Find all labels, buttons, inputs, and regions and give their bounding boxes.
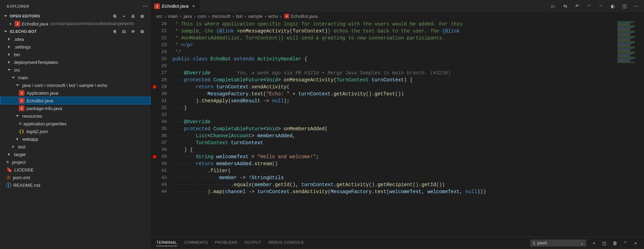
breadcrumb-item[interactable]: EchoBot.java [291, 14, 318, 19]
line-number[interactable]: 23 [151, 42, 167, 49]
kill-terminal-icon[interactable]: 🗑 [612, 240, 617, 246]
more-icon[interactable]: ⋯ [634, 3, 639, 9]
minimap-line [617, 44, 630, 45]
line-number[interactable]: 20 [151, 21, 167, 28]
line-number[interactable]: 30 [151, 90, 167, 97]
toggle-icon[interactable]: ◐ [610, 3, 615, 9]
panel-tab-problems[interactable]: PROBLEMS [215, 240, 238, 246]
close-icon[interactable]: × [8, 21, 13, 27]
explorer-more-icon[interactable]: ⋯ [142, 3, 148, 9]
breadcrumb-item[interactable]: main [168, 14, 178, 19]
folder-row[interactable]: test [0, 143, 151, 151]
file-row[interactable]: iREADME.md [0, 181, 151, 189]
code-content[interactable]: ·*·This·is·where·application·specific·lo… [172, 20, 616, 237]
line-number[interactable]: 25 [151, 56, 167, 63]
terminal-select[interactable]: 1: pwsh ⌄ [530, 240, 586, 247]
minimap-line [617, 55, 630, 56]
line-number[interactable]: 32 [151, 104, 167, 111]
tab-echobot[interactable]: J EchoBot.java × [151, 0, 200, 12]
minimap-line [617, 21, 635, 22]
file-row[interactable]: JApplication.java [0, 89, 151, 97]
breadcrumb-item[interactable]: echo [268, 14, 278, 19]
open-editors-header[interactable]: OPEN EDITORS ⎘ ⫟ ⎙ ⊟ [0, 12, 151, 20]
toggle-vertical-icon[interactable]: ⫟ [121, 13, 127, 19]
maximize-panel-icon[interactable]: ⌃ [622, 240, 628, 246]
breadcrumb-item[interactable]: sample [248, 14, 263, 19]
line-number[interactable]: 21 [151, 28, 167, 35]
panel-tab-terminal[interactable]: TERMINAL [156, 240, 177, 246]
split-terminal-icon[interactable]: ◫ [601, 240, 607, 246]
next-change-icon[interactable]: ↷ [598, 3, 604, 9]
breakpoint-icon[interactable] [153, 155, 156, 159]
line-number[interactable]: 35 [151, 125, 167, 132]
new-file-icon[interactable]: ⎘ [112, 29, 118, 34]
line-number[interactable]: 44 [151, 188, 167, 195]
line-number[interactable]: 38 [151, 146, 167, 153]
line-number[interactable]: 37 [151, 139, 167, 146]
code-editor[interactable]: 2021222324252627282930313233343536373839… [151, 20, 644, 237]
line-number[interactable]: 40 [151, 160, 167, 167]
split-editor-icon[interactable]: ◫ [622, 3, 627, 9]
run-icon[interactable]: ▷ [551, 3, 556, 9]
file-row[interactable]: Jpackage-info.java [0, 104, 151, 112]
folder-row[interactable]: webapp [0, 135, 151, 143]
project-header[interactable]: 02.ECHO-BOT ⎘ 🗀 ⟳ ⊟ [0, 28, 151, 35]
file-row[interactable]: {}log4j2.json [0, 127, 151, 135]
breadcrumb-item[interactable]: com [197, 14, 206, 19]
breadcrumb-item[interactable]: microsoft [212, 14, 230, 19]
panel-tab-output[interactable]: OUTPUT [245, 240, 261, 246]
line-number[interactable]: 34 [151, 118, 167, 125]
line-number[interactable]: 31 [151, 97, 167, 104]
line-number[interactable]: 29 [151, 83, 167, 90]
new-folder-icon[interactable]: 🗀 [121, 29, 127, 34]
folder-row[interactable]: src [0, 66, 151, 74]
new-file-icon[interactable]: ⎘ [112, 13, 118, 19]
git-compare-icon[interactable]: ⇆ [562, 3, 568, 9]
breadcrumbs[interactable]: src›main›java›com›microsoft›bot›sample›e… [151, 12, 644, 20]
breadcrumb-item[interactable]: java [184, 14, 192, 19]
new-terminal-icon[interactable]: ＋ [591, 240, 597, 246]
editor-actions: ▷ ⇆ ↶ ↶ ↷ ◐ ◫ ⋯ [546, 0, 644, 12]
line-number[interactable]: 24 [151, 49, 167, 56]
close-icon[interactable]: × [191, 3, 196, 9]
breadcrumb-item[interactable]: src [156, 14, 162, 19]
line-number[interactable]: 43 [151, 181, 167, 188]
folder-row[interactable]: resources [0, 112, 151, 120]
refresh-icon[interactable]: ⟳ [130, 29, 136, 34]
folder-row[interactable]: java \ com \ microsoft \ bot \ sample \ … [0, 81, 151, 89]
revert-icon[interactable]: ↶ [574, 3, 580, 9]
line-number[interactable]: 26 [151, 63, 167, 69]
collapse-all-icon[interactable]: ⊟ [140, 29, 145, 34]
folder-row[interactable]: .idea [0, 35, 151, 43]
folder-row[interactable]: target [0, 151, 151, 158]
bottom-panel: TERMINALCOMMENTSPROBLEMSOUTPUTDEBUG CONS… [151, 237, 644, 249]
prev-change-icon[interactable]: ↶ [586, 3, 592, 9]
line-number[interactable]: 33 [151, 111, 167, 118]
breakpoint-icon[interactable] [153, 85, 156, 89]
folder-row[interactable]: .settings [0, 43, 151, 51]
breadcrumb-item[interactable]: bot [236, 14, 242, 19]
line-number[interactable]: 28 [151, 76, 167, 83]
folder-row[interactable]: deploymentTemplates [0, 58, 151, 66]
line-number[interactable]: 39 [151, 153, 167, 160]
folder-row[interactable]: main [0, 74, 151, 81]
panel-tab-debug-console[interactable]: DEBUG CONSOLE [268, 240, 304, 246]
minimap[interactable] [616, 20, 644, 237]
close-all-icon[interactable]: ⊟ [140, 13, 145, 19]
folder-row[interactable]: bin [0, 51, 151, 58]
file-row[interactable]: ⦿pom.xml [0, 174, 151, 181]
panel-tab-comments[interactable]: COMMENTS [184, 240, 208, 246]
file-row[interactable]: ≡application.properties [0, 120, 151, 127]
file-row[interactable]: 🔖LICENSE [0, 166, 151, 174]
line-number[interactable]: 42 [151, 174, 167, 181]
file-row[interactable]: JEchoBot.java [0, 97, 151, 104]
close-panel-icon[interactable]: × [633, 240, 638, 246]
line-number[interactable]: 27 [151, 69, 167, 76]
line-number[interactable]: 36 [151, 132, 167, 139]
open-editor-item[interactable]: × J EchoBot.java src\main\java\com\micro… [0, 20, 151, 28]
line-number[interactable]: 41 [151, 167, 167, 174]
file-row[interactable]: ≡.project [0, 158, 151, 166]
line-number[interactable]: 22 [151, 35, 167, 42]
save-all-icon[interactable]: ⎙ [130, 13, 136, 19]
tree-label: pom.xml [13, 175, 30, 180]
